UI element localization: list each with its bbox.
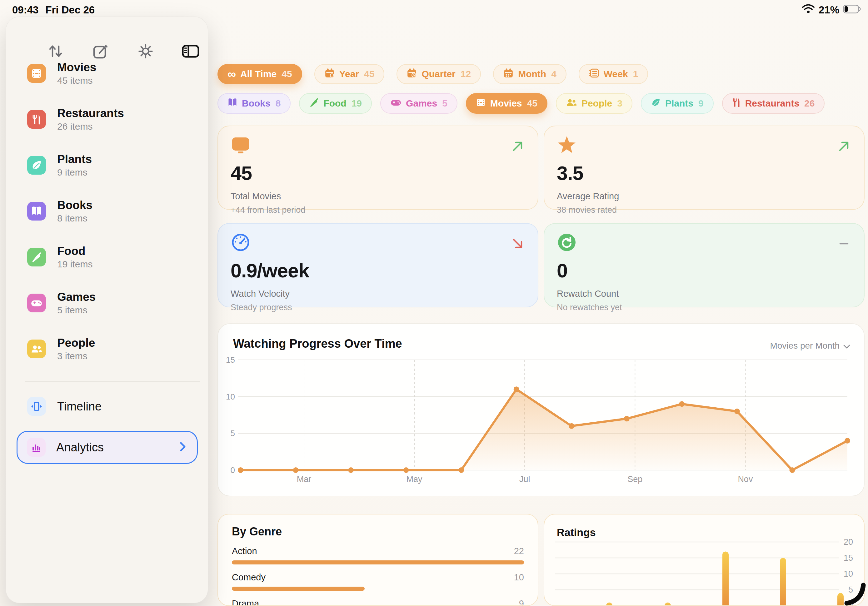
toggle-sidebar-button[interactable] [181,42,200,60]
sidebar-item-plants[interactable]: Plants 9 items [27,156,195,175]
trend-neutral-icon [838,237,850,251]
week-list-icon [589,68,599,81]
stat-label: Rewatch Count [557,288,851,299]
stat-card-watch-velocity[interactable]: 0.9/week Watch Velocity Steady progress [217,223,538,307]
sidebar-item-label: People [57,337,95,349]
rewatch-icon [557,232,851,254]
stat-value: 45 [231,162,525,184]
stat-value: 3.5 [557,162,851,184]
genre-value: 22 [514,546,524,556]
genre-bar [232,560,524,564]
chip-count: 1 [633,69,639,79]
category-chip-people[interactable]: People 3 [556,93,632,114]
stat-label: Average Rating [557,191,851,201]
time-chip-week[interactable]: Week 1 [579,64,648,84]
chip-label: Year [339,69,359,79]
star-icon [557,135,851,157]
time-chip-quarter[interactable]: Quarter 12 [397,64,481,84]
genre-label: Action [232,546,257,556]
utensils-icon [27,110,46,129]
display-icon [231,135,525,157]
time-filter-bar: ∞ All Time 45 Year 45 Quarter 12 Month 4… [217,64,648,84]
film-icon [476,98,486,110]
stat-card-average-rating[interactable]: 3.5 Average Rating 38 movies rated [544,126,865,210]
svg-text:May: May [406,474,423,484]
sidebar-item-count: 19 items [57,260,93,269]
sidebar-item-restaurants[interactable]: Restaurants 26 items [27,110,195,129]
category-chip-games[interactable]: Games 5 [380,93,457,114]
category-chip-plants[interactable]: Plants 9 [641,93,714,114]
compose-button[interactable] [91,42,110,60]
genre-label: Comedy [232,572,266,583]
sidebar-item-label: Analytics [56,441,104,454]
stat-card-total-movies[interactable]: 45 Total Movies +44 from last period [217,126,538,210]
svg-text:15: 15 [226,355,235,364]
timeline-icon [27,397,46,416]
category-chip-books[interactable]: Books 8 [217,93,291,114]
time-chip-year[interactable]: Year 45 [314,64,384,84]
by-genre-title: By Genre [232,525,524,538]
stat-sub: +44 from last period [231,205,525,215]
chevron-right-icon [179,442,186,453]
genre-row: Drama 9 [232,598,524,606]
svg-text:Mar: Mar [297,474,312,484]
chip-label: All Time [240,69,276,79]
time-chip-all-time[interactable]: ∞ All Time 45 [217,64,302,84]
sidebar-item-food[interactable]: Food 19 items [27,248,195,267]
battery-icon [843,4,861,16]
watching-progress-card: Watching Progress Over Time Movies per M… [217,323,865,496]
stats-grid: 45 Total Movies +44 from last period 3.5… [217,126,865,307]
category-filter-bar: Books 8 Food 19 Games 5 Movies 45 People… [217,93,825,114]
sidebar-item-label: Books [57,199,93,211]
screen: 09:43 Fri Dec 26 21% ∞ All Time 45 Year … [0,0,868,606]
book-icon [228,98,237,110]
svg-text:10: 10 [844,569,853,578]
chip-label: People [581,98,612,109]
svg-text:0: 0 [231,465,235,475]
time-chip-month[interactable]: Month 4 [493,64,566,84]
chip-label: Month [518,69,546,79]
svg-text:5: 5 [231,429,235,438]
genre-row: Action 22 [232,546,524,564]
svg-text:10: 10 [226,392,235,401]
genre-bar-track [232,587,524,591]
category-chip-restaurants[interactable]: Restaurants 26 [722,93,825,114]
trend-down-icon [512,237,524,251]
sidebar-item-analytics-selected[interactable]: Analytics [17,431,198,464]
ratings-card: Ratings 20151050 [544,514,865,606]
sidebar-item-count: 5 items [57,305,96,315]
sidebar-item-label: Restaurants [57,107,124,119]
svg-text:20: 20 [844,537,853,547]
settings-gear-icon[interactable] [136,42,155,60]
chip-count: 19 [352,98,362,109]
chip-label: Quarter [422,69,455,79]
chip-label: Week [604,69,628,79]
chip-count: 45 [364,69,374,79]
sidebar-item-books[interactable]: Books 8 items [27,202,195,220]
sidebar-item-timeline[interactable]: Timeline [27,397,102,416]
stat-sub: No rewatches yet [557,303,851,312]
sort-button[interactable] [46,42,65,60]
sidebar-item-movies[interactable]: Movies 45 items [27,64,195,83]
trend-up-icon [512,140,524,154]
category-chip-food[interactable]: Food 19 [299,93,372,114]
sidebar-item-games[interactable]: Games 5 items [27,294,195,312]
analytics-bars-icon [27,438,46,457]
genre-row: Comedy 10 [232,572,524,591]
sidebar-divider [25,381,200,382]
stat-card-rewatch-count[interactable]: 0 Rewatch Count No rewatches yet [544,223,865,307]
sidebar-toolbar [46,42,200,60]
people-icon [27,339,46,358]
genre-bar-track [232,560,524,564]
sidebar-item-people[interactable]: People 3 items [27,339,195,358]
sidebar-panel: Movies 45 items Restaurants 26 items P [6,17,208,603]
stat-label: Watch Velocity [231,288,525,299]
genre-bar [232,587,365,591]
chip-count: 5 [442,98,448,109]
genre-value: 9 [519,598,524,606]
chip-count: 3 [617,98,622,109]
chip-label: Books [242,98,271,109]
chip-count: 8 [276,98,281,109]
category-chip-movies[interactable]: Movies 45 [466,93,547,114]
leaf-icon [27,156,46,175]
